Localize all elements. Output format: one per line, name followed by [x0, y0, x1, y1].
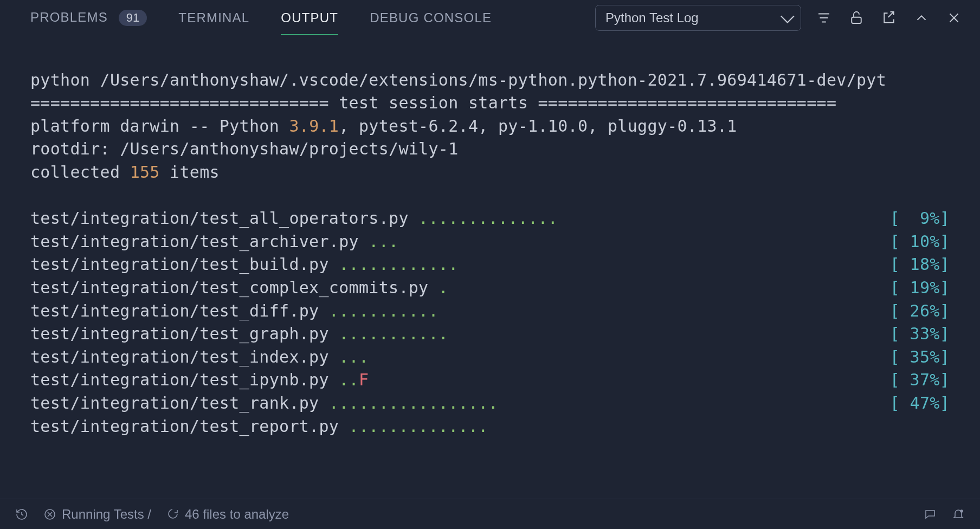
test-pct: [ 37%]	[890, 369, 950, 392]
tab-output-label: OUTPUT	[281, 10, 338, 25]
test-line: test/integration/test_archiver.py ...[ 1…	[30, 230, 950, 254]
test-path: test/integration/test_diff.py	[30, 300, 319, 323]
test-dots: .................	[319, 392, 498, 415]
platform-prefix: platform darwin -- Python	[30, 117, 289, 136]
collected-prefix: collected	[30, 163, 130, 182]
test-line: test/integration/test_ipynb.py ..F[ 37%]	[30, 369, 950, 392]
test-path: test/integration/test_report.py	[30, 415, 339, 438]
test-dots: ..............	[339, 415, 488, 438]
test-dots: ...	[359, 230, 398, 254]
test-dots: ...........	[329, 322, 448, 346]
test-pct: [ 47%]	[890, 392, 950, 415]
test-pct: [ 33%]	[890, 322, 950, 346]
test-dots: ............	[329, 253, 459, 276]
test-line: test/integration/test_index.py ...[ 35%]	[30, 346, 950, 369]
panel-header: PROBLEMS 91 TERMINAL OUTPUT DEBUG CONSOL…	[0, 0, 980, 36]
close-icon[interactable]	[944, 8, 964, 28]
test-dots: ..	[329, 369, 359, 392]
collected-count: 155	[130, 163, 160, 182]
svg-point-2	[960, 510, 963, 512]
tab-problems[interactable]: PROBLEMS 91	[30, 1, 147, 35]
output-channel-select[interactable]: Python Test Log	[595, 5, 801, 31]
filter-icon[interactable]	[814, 8, 834, 28]
test-pct: [ 26%]	[890, 300, 950, 323]
output-panel-body[interactable]: python /Users/anthonyshaw/.vscode/extens…	[0, 36, 980, 499]
tab-debug-label: DEBUG CONSOLE	[370, 10, 492, 25]
open-file-icon[interactable]	[879, 8, 899, 28]
test-path: test/integration/test_ipynb.py	[30, 369, 329, 392]
test-pct: [ 10%]	[890, 230, 950, 254]
test-pct: [ 35%]	[890, 346, 950, 369]
python-version: 3.9.1	[289, 117, 339, 136]
tab-problems-label: PROBLEMS	[30, 10, 108, 24]
tab-terminal[interactable]: TERMINAL	[178, 2, 249, 34]
test-lines: test/integration/test_all_operators.py .…	[30, 207, 950, 438]
test-dots: ..............	[409, 207, 558, 230]
status-bar: Running Tests / 46 files to analyze	[0, 499, 980, 529]
rootdir-line: rootdir: /Users/anthonyshaw/projects/wil…	[30, 139, 459, 158]
test-pct: [ 19%]	[890, 276, 950, 300]
test-pct: [ 9%]	[890, 207, 950, 230]
session-divider-right: ==============================	[528, 93, 836, 112]
tab-problems-count: 91	[119, 10, 147, 26]
status-bell-icon[interactable]	[952, 508, 965, 521]
status-running-label: Running Tests /	[62, 507, 151, 522]
test-path: test/integration/test_rank.py	[30, 392, 319, 415]
test-path: test/integration/test_complex_commits.py	[30, 276, 428, 300]
test-pct: [ 18%]	[890, 253, 950, 276]
panel-actions: Python Test Log	[595, 5, 964, 31]
output-command-line: python /Users/anthonyshaw/.vscode/extens…	[30, 70, 886, 89]
test-dots: ...	[329, 346, 369, 369]
test-dots: ...........	[319, 300, 438, 323]
session-divider-left: ==============================	[30, 93, 339, 112]
session-title: test session starts	[339, 93, 528, 112]
test-line: test/integration/test_report.py ........…	[30, 415, 950, 438]
test-path: test/integration/test_graph.py	[30, 322, 329, 346]
test-line: test/integration/test_all_operators.py .…	[30, 207, 950, 230]
status-analyze[interactable]: 46 files to analyze	[166, 507, 289, 522]
status-feedback-icon[interactable]	[924, 508, 937, 521]
test-path: test/integration/test_all_operators.py	[30, 207, 409, 230]
test-line: test/integration/test_build.py .........…	[30, 253, 950, 276]
test-line: test/integration/test_diff.py ..........…	[30, 300, 950, 323]
test-path: test/integration/test_build.py	[30, 253, 329, 276]
output-channel-selected: Python Test Log	[605, 10, 699, 25]
panel-tabs: PROBLEMS 91 TERMINAL OUTPUT DEBUG CONSOL…	[30, 1, 492, 35]
test-path: test/integration/test_archiver.py	[30, 230, 359, 254]
test-line: test/integration/test_complex_commits.py…	[30, 276, 950, 300]
chevron-up-icon[interactable]	[912, 8, 931, 28]
status-history-icon[interactable]	[15, 508, 28, 521]
svg-rect-0	[852, 17, 861, 23]
test-line: test/integration/test_graph.py .........…	[30, 322, 950, 346]
tab-terminal-label: TERMINAL	[178, 10, 249, 25]
tab-output[interactable]: OUTPUT	[281, 2, 338, 34]
platform-suffix: , pytest-6.2.4, py-1.10.0, pluggy-0.13.1	[339, 117, 737, 136]
test-line: test/integration/test_rank.py ..........…	[30, 392, 950, 415]
tab-debug-console[interactable]: DEBUG CONSOLE	[370, 2, 492, 34]
test-dots: .	[428, 276, 448, 300]
collected-suffix: items	[160, 163, 220, 182]
test-path: test/integration/test_index.py	[30, 346, 329, 369]
unlock-icon[interactable]	[847, 8, 866, 28]
status-analyze-label: 46 files to analyze	[185, 507, 289, 522]
chevron-down-icon	[781, 9, 794, 23]
status-running-tests[interactable]: Running Tests /	[43, 507, 151, 522]
